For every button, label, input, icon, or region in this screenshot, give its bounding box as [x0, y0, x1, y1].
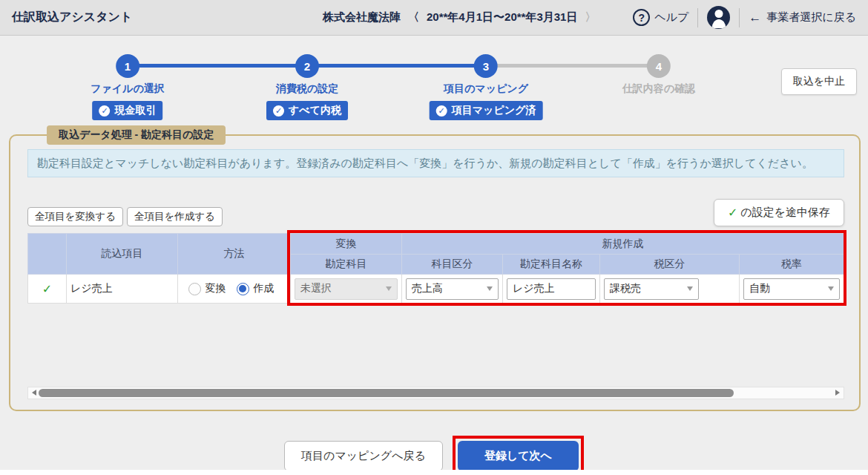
topbar-actions: ? ヘルプ ← 事業者選択に戻る [633, 6, 856, 29]
step-badge-label: すべて内税 [289, 104, 341, 117]
col-method-header: 方法 [178, 234, 291, 275]
row-check-icon: ✓ [42, 283, 52, 295]
col-tax-class-header: 税区分 [600, 255, 740, 275]
save-progress-button[interactable]: ✓ の設定を途中保存 [714, 199, 844, 226]
period-next-icon[interactable]: 〉 [585, 10, 596, 24]
chevron-down-icon [687, 286, 693, 291]
convert-account-value: 未選択 [300, 282, 332, 295]
step-status-badge: ✓ すべて内税 [266, 101, 348, 120]
top-bar: 仕訳取込アシスタント 株式会社魔法陣 〈 20**年4月1日〜20**年3月31… [0, 0, 868, 36]
user-avatar-icon[interactable] [707, 6, 730, 29]
progress-stepper: 1 ファイルの選択 ✓ 現金取引 2 消費税の設定 ✓ すべて内税 3 項目のマ… [0, 36, 868, 119]
step-number: 4 [647, 54, 671, 78]
check-circle-icon: ✓ [99, 105, 110, 117]
divider [739, 8, 740, 27]
table-row: ✓ レジ売上 変換 作成 未選択 [28, 275, 844, 304]
step-tax-setting: 2 消費税の設定 ✓ すべて内税 [266, 54, 348, 120]
abort-import-button[interactable]: 取込を中止 [781, 68, 857, 95]
step-label: 項目のマッピング [444, 82, 528, 96]
create-all-button[interactable]: 全項目を作成する [127, 207, 223, 226]
step-label: 消費税の設定 [276, 82, 338, 96]
method-cell: 変換 作成 [182, 282, 286, 295]
check-circle-icon: ✓ [436, 105, 447, 117]
col-import-item-header: 読込項目 [67, 234, 178, 275]
divider [697, 8, 698, 27]
step-number: 3 [474, 54, 498, 78]
step-journal-confirm: 4 仕訳内容の確認 [622, 54, 695, 96]
period-prev-icon[interactable]: 〈 [408, 10, 419, 24]
step-item-mapping: 3 項目のマッピング ✓ 項目マッピング済 [430, 54, 543, 120]
convert-all-button[interactable]: 全項目を変換する [27, 207, 123, 226]
check-circle-icon: ✓ [273, 105, 284, 117]
back-to-business-select-link[interactable]: ← 事業者選択に戻る [749, 10, 856, 25]
col-account-name-header: 勘定科目名称 [503, 255, 600, 275]
tax-class-select[interactable]: 課税売 [604, 278, 699, 300]
method-convert-radio[interactable] [188, 283, 201, 295]
app-title: 仕訳取込アシスタント [12, 10, 132, 25]
tax-rate-value: 自動 [749, 282, 770, 295]
step-status-badge: ✓ 現金取引 [92, 101, 162, 120]
help-label: ヘルプ [654, 10, 688, 24]
method-convert-label: 変換 [206, 282, 226, 295]
method-create-radio[interactable] [237, 283, 249, 295]
category-select[interactable]: 売上高 [406, 278, 499, 300]
back-arrow-icon: ← [749, 10, 761, 25]
mapping-table-wrap: 読込項目 方法 変換 新規作成 勘定科目 科目区分 勘定科目名称 税区分 税率 … [27, 233, 844, 304]
mapping-table: 読込項目 方法 変換 新規作成 勘定科目 科目区分 勘定科目名称 税区分 税率 … [27, 233, 844, 304]
tax-rate-select[interactable]: 自動 [743, 278, 840, 300]
save-progress-label: の設定を途中保存 [740, 206, 830, 220]
col-category-header: 科目区分 [402, 255, 503, 275]
help-button[interactable]: ? ヘルプ [633, 9, 688, 26]
green-check-icon: ✓ [728, 206, 737, 220]
method-create-label: 作成 [254, 282, 274, 295]
register-next-button[interactable]: 登録して次へ [458, 441, 579, 471]
step-file-selection: 1 ファイルの選択 ✓ 現金取引 [91, 54, 165, 120]
bulk-action-buttons: 全項目を変換する 全項目を作成する [27, 207, 223, 226]
group-create-header: 新規作成 [402, 234, 844, 255]
step-number: 2 [295, 54, 319, 78]
tax-class-value: 課税売 [610, 282, 641, 295]
bottom-strip [0, 470, 868, 475]
group-convert-header: 変換 [291, 234, 402, 255]
chevron-down-icon [828, 286, 834, 291]
company-name: 株式会社魔法陣 [323, 10, 401, 24]
account-setting-panel: 取込データ処理 - 勘定科目の設定 勘定科目設定とマッチしない勘定科目があります… [9, 125, 861, 411]
step-label: 仕訳内容の確認 [622, 82, 695, 96]
horizontal-scrollbar[interactable] [27, 387, 844, 399]
scroll-right-arrow-icon[interactable] [835, 390, 840, 396]
step-badge-label: 項目マッピング済 [452, 104, 536, 117]
table-empty-area [27, 304, 844, 387]
scroll-left-arrow-icon[interactable] [32, 390, 36, 396]
back-to-mapping-button[interactable]: 項目のマッピングへ戻る [284, 441, 443, 471]
step-number: 1 [116, 54, 139, 78]
notice-message: 勘定科目設定とマッチしない勘定科目があります。登録済みの勘定科目へ「変換」を行う… [27, 149, 844, 177]
step-badge-label: 現金取引 [114, 104, 156, 117]
help-icon: ? [633, 9, 650, 26]
step-label: ファイルの選択 [91, 82, 165, 96]
chevron-down-icon [386, 286, 392, 291]
fiscal-period: 20**年4月1日〜20**年3月31日 [427, 10, 577, 24]
chevron-down-icon [487, 286, 493, 291]
back-to-business-select-label: 事業者選択に戻る [766, 10, 856, 24]
company-period-bar: 株式会社魔法陣 〈 20**年4月1日〜20**年3月31日 〉 [323, 10, 596, 24]
step-status-badge: ✓ 項目マッピング済 [430, 101, 543, 120]
panel-title: 取込データ処理 - 勘定科目の設定 [47, 125, 226, 145]
col-tax-rate-header: 税率 [740, 255, 844, 275]
account-name-input[interactable] [507, 278, 596, 300]
import-item-cell: レジ売上 [67, 275, 178, 304]
category-value: 売上高 [412, 282, 443, 295]
convert-account-select[interactable]: 未選択 [295, 278, 398, 300]
scrollbar-thumb[interactable] [39, 389, 734, 397]
col-check-header [28, 234, 67, 275]
table-toolbar: 全項目を変換する 全項目を作成する ✓ の設定を途中保存 [27, 197, 844, 226]
col-account-header: 勘定科目 [291, 255, 402, 275]
